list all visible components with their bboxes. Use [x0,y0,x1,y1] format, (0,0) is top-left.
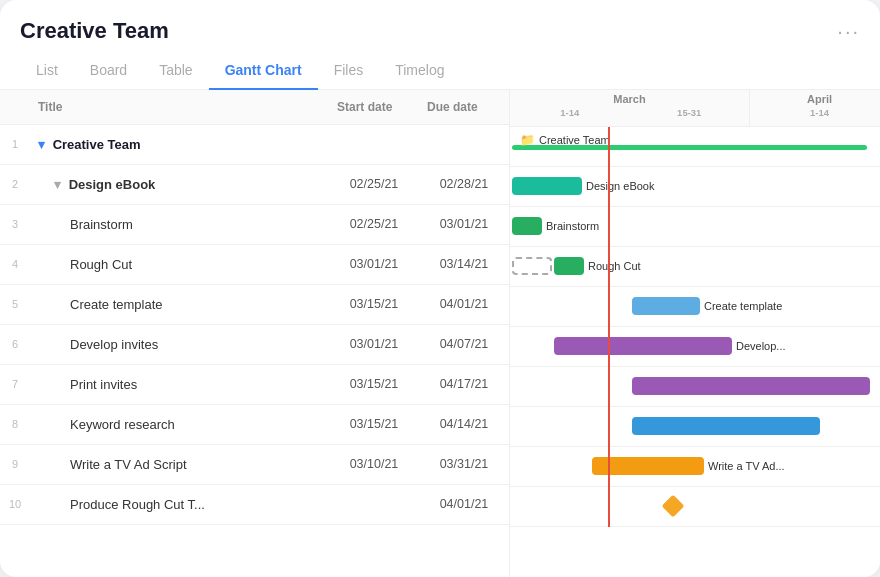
gantt-bar-tv-ad-script [592,457,704,475]
gantt-bar-develop-invites [554,337,732,355]
row-start: 03/15/21 [329,369,419,399]
more-options-icon[interactable]: ··· [837,20,860,43]
row-due: 04/01/21 [419,489,509,519]
row-title: Print invites [30,369,329,400]
row-due: 03/14/21 [419,249,509,279]
app-card: Creative Team ··· List Board Table Gantt… [0,0,880,577]
row-due: 03/31/21 [419,449,509,479]
gantt-row-print-invites [510,367,880,407]
collapse-icon[interactable]: ▾ [54,177,61,192]
row-start: 02/25/21 [329,209,419,239]
gantt-row-create-template: Create template [510,287,880,327]
row-due: 02/28/21 [419,169,509,199]
header: Creative Team ··· [0,0,880,44]
gantt-bar-print-invites [632,377,870,395]
col-due: Due date [419,90,509,124]
table-row: 1 ▾ Creative Team [0,125,509,165]
gantt-label-creative-team: 📁 Creative Team [520,133,610,147]
folder-icon: 📁 [520,133,535,147]
tab-list[interactable]: List [20,52,74,90]
row-due: 04/07/21 [419,329,509,359]
row-title: Develop invites [30,329,329,360]
row-number: 10 [0,498,30,510]
gantt-label-design-ebook: Design eBook [586,180,655,192]
gantt-bar-keyword-research [632,417,820,435]
row-title: ▾ Design eBook [30,169,329,200]
tab-board[interactable]: Board [74,52,143,90]
row-start: 03/01/21 [329,249,419,279]
tab-table[interactable]: Table [143,52,208,90]
row-number: 4 [0,258,30,270]
table-row: 5 Create template 03/15/21 04/01/21 [0,285,509,325]
tab-timelog[interactable]: Timelog [379,52,460,90]
gantt-label-brainstorm: Brainstorm [546,220,599,232]
gantt-row-design-ebook: Design eBook [510,167,880,207]
row-number: 9 [0,458,30,470]
table-row: 7 Print invites 03/15/21 04/17/21 [0,365,509,405]
gantt-label-develop-invites: Develop... [736,340,786,352]
row-number: 8 [0,418,30,430]
row-number: 3 [0,218,30,230]
row-start [329,496,419,512]
table-row: 8 Keyword research 03/15/21 04/14/21 [0,405,509,445]
col-title: Title [30,90,329,124]
tab-files[interactable]: Files [318,52,380,90]
row-title: Produce Rough Cut T... [30,489,329,520]
table-row: 4 Rough Cut 03/01/21 03/14/21 [0,245,509,285]
table-row: 10 Produce Rough Cut T... 04/01/21 [0,485,509,525]
row-due: 04/01/21 [419,289,509,319]
page-title: Creative Team [20,18,169,44]
gantt-bar-create-template [632,297,700,315]
row-start [329,136,419,152]
row-number: 6 [0,338,30,350]
row-start: 03/15/21 [329,289,419,319]
row-due [419,136,509,152]
gantt-row-produce-rough-cut [510,487,880,527]
gantt-label-create-template: Create template [704,300,782,312]
row-due: 04/17/21 [419,369,509,399]
col-num [0,90,30,124]
main-content: Title Start date Due date 1 ▾ Creative T… [0,90,880,578]
gantt-row-develop-invites: Develop... [510,327,880,367]
collapse-icon[interactable]: ▾ [38,137,45,152]
table-row: 6 Develop invites 03/01/21 04/07/21 [0,325,509,365]
row-number: 5 [0,298,30,310]
row-number: 2 [0,178,30,190]
row-title: Rough Cut [30,249,329,280]
gantt-row-creative-team: 📁 Creative Team [510,127,880,167]
gantt-rows: 📁 Creative Team Design eBook Brainstorm [510,127,880,527]
row-due: 03/01/21 [419,209,509,239]
month-march: March 1-14 15-31 [510,90,750,126]
gantt-chart: March 1-14 15-31 April 1-14 [510,90,880,527]
row-due: 04/14/21 [419,409,509,439]
table-section: Title Start date Due date 1 ▾ Creative T… [0,90,510,578]
tab-bar: List Board Table Gantt Chart Files Timel… [0,52,880,90]
row-number: 1 [0,138,30,150]
gantt-bar-design-ebook [512,177,582,195]
row-title: Create template [30,289,329,320]
month-april: April 1-14 [750,90,880,126]
row-title: Brainstorm [30,209,329,240]
table-row: 3 Brainstorm 02/25/21 03/01/21 [0,205,509,245]
table-row: 9 Write a TV Ad Script 03/10/21 03/31/21 [0,445,509,485]
table-header: Title Start date Due date [0,90,509,125]
gantt-section: March 1-14 15-31 April 1-14 [510,90,880,578]
gantt-bar-rough-cut [554,257,584,275]
table-row: 2 ▾ Design eBook 02/25/21 02/28/21 [0,165,509,205]
row-number: 7 [0,378,30,390]
row-title: Keyword research [30,409,329,440]
gantt-row-keyword-research [510,407,880,447]
tab-gantt-chart[interactable]: Gantt Chart [209,52,318,90]
gantt-bar-brainstorm [512,217,542,235]
row-start: 03/01/21 [329,329,419,359]
gantt-label-tv-ad-script: Write a TV Ad... [708,460,785,472]
gantt-row-brainstorm: Brainstorm [510,207,880,247]
row-start: 03/15/21 [329,409,419,439]
gantt-row-tv-ad-script: Write a TV Ad... [510,447,880,487]
gantt-row-rough-cut: Rough Cut [510,247,880,287]
row-title: ▾ Creative Team [30,129,329,160]
gantt-label-rough-cut: Rough Cut [588,260,641,272]
row-title: Write a TV Ad Script [30,449,329,480]
row-start: 03/10/21 [329,449,419,479]
gantt-bar-rough-cut-dashed [512,257,552,275]
